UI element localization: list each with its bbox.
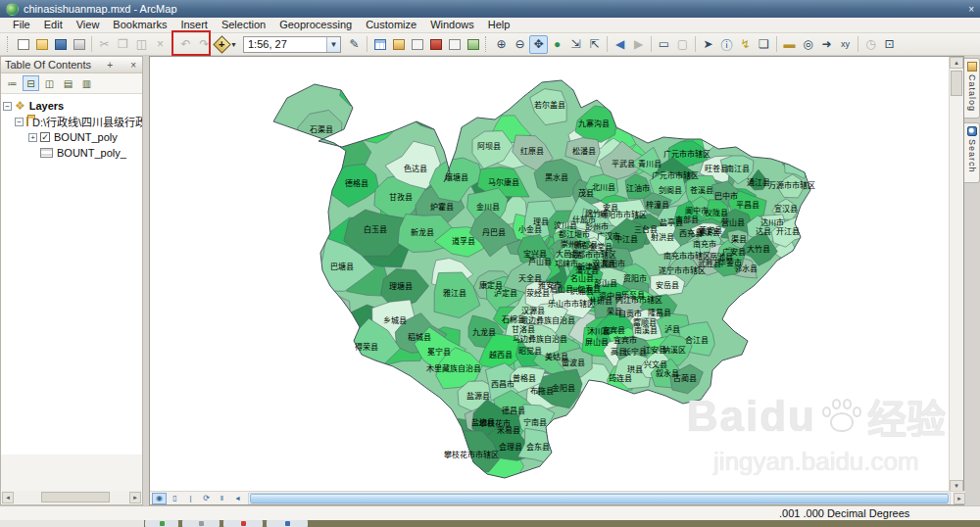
cut-icon[interactable]: ✂ xyxy=(95,35,114,54)
zoom-out-icon[interactable]: ⊖ xyxy=(511,35,529,54)
paste-icon[interactable]: ◫ xyxy=(132,35,151,54)
close-icon[interactable]: × xyxy=(968,4,974,15)
expand-icon[interactable]: + xyxy=(28,133,37,142)
back-extent-icon[interactable]: ◀ xyxy=(611,35,629,54)
select-features-icon[interactable]: ▭ xyxy=(655,35,673,54)
find-route-icon[interactable]: ➜ xyxy=(817,35,836,54)
list-by-source-icon[interactable]: ⊟ xyxy=(23,75,39,91)
county-polygon[interactable] xyxy=(696,440,721,461)
county-polygon[interactable] xyxy=(656,113,686,137)
taskbar-button[interactable] xyxy=(182,520,220,527)
full-extent-icon[interactable]: ● xyxy=(548,35,566,54)
menu-geoprocessing[interactable]: Geoprocessing xyxy=(272,18,359,32)
html-popup-icon[interactable]: ❏ xyxy=(755,35,773,54)
scroll-left-icon[interactable]: ◂ xyxy=(2,492,14,503)
print-icon[interactable] xyxy=(70,35,88,54)
options-icon[interactable]: ▥ xyxy=(78,75,95,91)
find-icon[interactable]: ◎ xyxy=(799,35,817,54)
list-by-selection-icon[interactable]: ▤ xyxy=(60,75,76,91)
menu-view[interactable]: View xyxy=(70,18,107,32)
clear-selection-icon[interactable]: ▢ xyxy=(673,35,692,54)
scrollbar-thumb[interactable] xyxy=(250,494,949,503)
menu-selection[interactable]: Selection xyxy=(215,18,272,32)
county-polygon[interactable] xyxy=(310,293,351,335)
modelbuilder-icon[interactable] xyxy=(464,35,482,54)
county-polygon[interactable] xyxy=(742,86,768,110)
menu-windows[interactable]: Windows xyxy=(423,18,481,32)
county-polygon[interactable] xyxy=(719,387,753,413)
menu-file[interactable]: File xyxy=(6,18,37,32)
county-polygon[interactable] xyxy=(774,462,803,487)
forward-extent-icon[interactable]: ▶ xyxy=(629,35,648,54)
viewer-window-icon[interactable]: ⊡ xyxy=(880,35,899,54)
toc-table-bount-poly[interactable]: BOUNT_poly_ xyxy=(3,145,140,161)
map-horizontal-scrollbar[interactable] xyxy=(248,493,951,504)
windows-taskbar[interactable] xyxy=(0,520,980,527)
open-folder-icon[interactable] xyxy=(32,35,51,54)
editor-toolbar-icon[interactable]: ✎ xyxy=(345,35,364,54)
scroll-right-icon[interactable]: ▸ xyxy=(954,493,965,504)
list-by-visibility-icon[interactable]: ◫ xyxy=(41,75,58,91)
redo-icon[interactable]: ↷ xyxy=(195,35,214,54)
time-slider-icon[interactable]: ◷ xyxy=(861,35,880,54)
tab-search[interactable]: Search xyxy=(964,122,980,183)
toc-horizontal-scrollbar[interactable]: ◂ ▸ xyxy=(2,491,141,503)
collapse-icon[interactable]: − xyxy=(15,118,24,126)
scrollbar-thumb[interactable] xyxy=(41,492,110,503)
pause-drawing-button[interactable]: ‖ xyxy=(215,493,229,504)
hyperlink-icon[interactable]: ↯ xyxy=(736,35,755,54)
menu-bookmarks[interactable]: Bookmarks xyxy=(106,18,173,32)
refresh-button[interactable]: ⟳ xyxy=(199,493,214,504)
copy-icon[interactable]: ❐ xyxy=(114,35,132,54)
pan-icon[interactable]: ✥ xyxy=(529,35,548,54)
toc-root-layers[interactable]: − ❖ Layers xyxy=(3,98,140,114)
sichuan-county-map[interactable]: 石渠县德格县甘孜县色达县炉霍县壤塘县马尔康县金川县白玉县新龙县道孚县丹巴县小金县… xyxy=(150,57,949,492)
measure-icon[interactable]: ▬ xyxy=(780,35,799,54)
county-polygon[interactable] xyxy=(768,279,790,302)
layout-view-button[interactable]: ▯ xyxy=(168,493,182,504)
county-polygon[interactable] xyxy=(791,442,815,464)
undo-icon[interactable]: ↶ xyxy=(176,35,195,54)
save-icon[interactable] xyxy=(51,35,70,54)
map-scale-combobox[interactable]: 1:56, 27▼ xyxy=(243,36,341,53)
search-window-icon[interactable] xyxy=(408,35,426,54)
close-panel-icon[interactable]: × xyxy=(128,60,138,71)
county-polygon[interactable] xyxy=(311,394,357,444)
identify-icon[interactable]: ⓘ xyxy=(717,35,736,54)
scroll-right-icon[interactable]: ▸ xyxy=(129,492,141,503)
county-polygon[interactable] xyxy=(766,369,791,395)
taskbar-button[interactable] xyxy=(223,520,263,527)
county-polygon[interactable] xyxy=(789,355,815,379)
data-view-button[interactable]: ◉ xyxy=(152,493,167,504)
layer-visibility-checkbox[interactable]: ✓ xyxy=(40,132,50,142)
delete-icon[interactable]: × xyxy=(151,35,170,54)
collapse-icon[interactable]: − xyxy=(3,102,12,111)
python-window-icon[interactable] xyxy=(445,35,464,54)
taskbar-button[interactable] xyxy=(267,520,308,527)
toc-layer-bount-poly[interactable]: + ✓ BOUNT_poly xyxy=(3,129,140,145)
menu-help[interactable]: Help xyxy=(481,18,517,32)
zoom-in-icon[interactable]: ⊕ xyxy=(492,35,511,54)
county-polygon[interactable] xyxy=(558,412,596,451)
map-vertical-scrollbar[interactable]: ▴ ▾ xyxy=(949,57,963,492)
county-polygon[interactable] xyxy=(389,421,431,457)
county-polygon[interactable] xyxy=(371,74,424,108)
catalog-window-icon[interactable] xyxy=(389,35,408,54)
menu-insert[interactable]: Insert xyxy=(173,18,215,32)
select-elements-icon[interactable]: ➤ xyxy=(699,35,717,54)
scroll-up-icon[interactable]: ▴ xyxy=(950,57,963,69)
tab-catalog[interactable]: Catalog xyxy=(964,58,980,119)
map-data-view[interactable]: 石渠县德格县甘孜县色达县炉霍县壤塘县马尔康县金川县白玉县新龙县道孚县丹巴县小金县… xyxy=(150,57,949,492)
scroll-left-button[interactable]: ◂ xyxy=(230,493,245,504)
new-document-icon[interactable] xyxy=(14,35,32,54)
scrollbar-thumb[interactable] xyxy=(951,71,962,96)
chevron-down-icon[interactable]: ▼ xyxy=(326,37,340,52)
fixed-zoom-in-icon[interactable]: ⇲ xyxy=(566,35,585,54)
county-polygon[interactable] xyxy=(776,135,797,160)
list-by-drawing-order-icon[interactable]: ≔ xyxy=(4,75,21,91)
add-data-button[interactable]: +▼ xyxy=(214,35,239,54)
arctoolbox-icon[interactable] xyxy=(426,35,445,54)
county-polygon[interactable] xyxy=(755,442,773,462)
toc-group-layer[interactable]: − D:\行政线\四川县级行政! xyxy=(3,114,140,129)
map-scale-value[interactable]: 1:56, 27 xyxy=(244,38,326,50)
